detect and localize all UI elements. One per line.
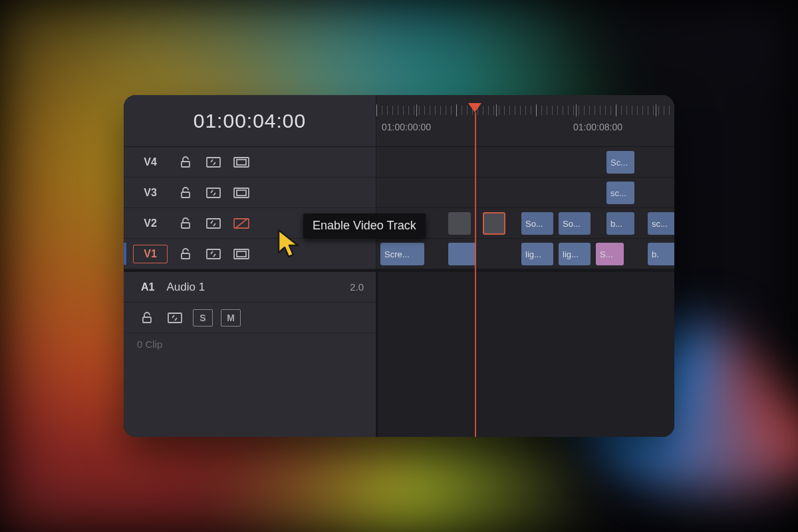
svg-rect-11 [182,253,190,259]
clip[interactable]: Scre... [380,243,424,265]
playhead-line[interactable] [475,112,476,437]
svg-rect-5 [207,188,220,198]
clip[interactable]: b... [606,212,634,235]
clip[interactable]: sc... [606,182,634,204]
video-enable-icon[interactable] [231,153,251,172]
ruler-ticks-major [376,104,674,116]
cursor-icon [277,229,305,263]
video-enable-icon[interactable] [231,184,251,202]
clip[interactable]: So... [559,212,591,235]
clip[interactable]: So... [521,212,553,235]
svg-rect-9 [207,219,220,228]
clip-disabled[interactable] [448,212,471,235]
clip-count: 0 Clip [124,333,376,355]
auto-select-icon[interactable] [203,214,223,233]
timeline-ruler[interactable]: 01:00:00:00 01:00:08:00 [376,95,674,147]
svg-rect-16 [168,313,182,323]
timeline-audio-area[interactable] [376,272,674,437]
svg-rect-1 [207,158,220,167]
mute-button[interactable]: M [221,309,241,327]
lock-icon[interactable] [176,245,196,263]
clip[interactable]: S... [596,243,624,265]
timeline-row-v3[interactable]: sc... [376,178,674,208]
audio-controls: S M [124,303,376,333]
audio-track-header[interactable]: A1 Audio 1 2.0 [124,272,376,303]
auto-select-icon[interactable] [203,184,223,202]
lock-icon[interactable] [176,214,196,233]
timecode-display: 01:00:04:00 [124,95,376,147]
track-header-column: 01:00:04:00 V4 V3 [124,95,376,437]
timeline-body[interactable]: Sc... sc... So... So... b... sc... Scre.… [376,147,674,437]
lock-icon[interactable] [176,153,196,172]
svg-rect-8 [182,223,190,228]
ruler-label: 01:00:08:00 [573,122,622,132]
video-enable-icon[interactable] [231,245,251,263]
lock-icon[interactable] [137,309,157,327]
clip-disabled-selected[interactable] [483,212,505,235]
track-row-v4[interactable]: V4 [124,147,376,178]
clip[interactable]: Sc... [606,151,634,174]
playhead-marker-icon[interactable] [468,103,481,116]
auto-select-icon[interactable] [203,245,223,263]
clip[interactable]: lig... [521,243,553,265]
svg-rect-7 [237,190,246,196]
audio-volume[interactable]: 2.0 [350,281,364,293]
track-label-v2[interactable]: V2 [133,214,168,233]
svg-rect-4 [182,192,190,198]
timeline-row-v1[interactable]: Scre... lig... lig... S... b. [376,239,674,269]
ruler-label: 01:00:00:00 [382,122,431,132]
track-label-v3[interactable]: V3 [133,184,168,202]
timeline-area[interactable]: 01:00:00:00 01:00:08:00 Sc... sc... So..… [376,95,674,437]
auto-select-icon[interactable] [203,153,223,172]
svg-rect-3 [237,160,246,165]
svg-rect-12 [207,249,220,259]
video-disable-icon[interactable] [231,214,251,233]
clip[interactable]: b. [648,243,674,265]
audio-track-name: Audio 1 [166,281,205,294]
svg-rect-15 [143,317,151,323]
clip[interactable]: sc... [648,212,674,235]
solo-button[interactable]: S [193,309,213,327]
auto-select-icon[interactable] [165,309,185,327]
track-label-v1[interactable]: V1 [133,245,168,263]
clip[interactable]: lig... [559,243,591,265]
svg-rect-0 [182,162,190,167]
clip[interactable] [448,243,476,265]
svg-rect-14 [237,251,246,257]
track-row-v1[interactable]: V1 [124,239,376,269]
timeline-panel: 01:00:04:00 V4 V3 [124,95,674,437]
timeline-row-v4[interactable]: Sc... [376,147,674,178]
track-label-v4[interactable]: V4 [133,153,168,172]
lock-icon[interactable] [176,184,196,202]
tooltip: Enable Video Track [303,213,426,238]
track-row-v3[interactable]: V3 [124,178,376,208]
audio-track-id[interactable]: A1 [141,281,154,293]
